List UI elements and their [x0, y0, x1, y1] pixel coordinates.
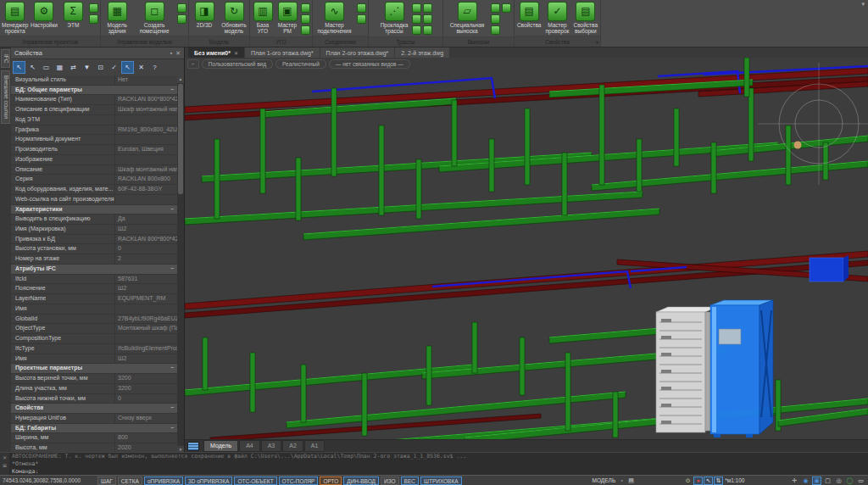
viewport-minimize-control[interactable]: −: [187, 59, 199, 69]
collapse-icon[interactable]: −: [170, 364, 174, 373]
status-toggle-3d-опривязка[interactable]: 3D оПРИВЯЗКА: [185, 477, 232, 485]
poly-select-icon[interactable]: ▦: [53, 61, 66, 74]
pick-icon[interactable]: ↖: [26, 61, 39, 74]
callout-swap-small-icon[interactable]: [491, 3, 500, 13]
property-section-header[interactable]: Свойства−: [11, 404, 177, 414]
property-section-header[interactable]: БД: Габариты−: [11, 424, 177, 434]
status-toggle-сетка[interactable]: СЕТКА: [118, 477, 142, 485]
drawing-tab[interactable]: План 2-ого этажа.dwg*: [320, 47, 395, 58]
dots-small-icon[interactable]: [301, 3, 310, 13]
property-value[interactable]: 0: [114, 244, 177, 254]
sheet-icon[interactable]: ▤: [626, 477, 636, 485]
trace-corner-small-icon[interactable]: [412, 25, 421, 35]
status-toggle-вес[interactable]: ВЕС: [401, 477, 419, 485]
property-value[interactable]: [114, 155, 177, 164]
drawing-tab[interactable]: План 1-ого этажа.dwg*: [245, 47, 320, 58]
connection-wizard-button[interactable]: ∿Мастер подключения: [314, 2, 355, 34]
show-motion-icon[interactable]: ◯: [845, 477, 854, 485]
pan-icon[interactable]: ✛: [790, 477, 799, 485]
highlight-icon[interactable]: ↖: [121, 61, 134, 74]
zoom-window-icon[interactable]: ▣: [812, 477, 821, 485]
layout-tab-модель[interactable]: Модель: [203, 440, 238, 452]
property-value[interactable]: RACKLAN 800*800*42U_n: [114, 235, 177, 244]
pin-icon[interactable]: ▪: [170, 50, 172, 56]
status-toggle-опривязка[interactable]: оПРИВЯЗКА: [144, 477, 183, 485]
refresh-model-button[interactable]: ↻Обновить модель: [220, 2, 248, 34]
layout-tab-a2[interactable]: A2: [282, 440, 303, 452]
property-value[interactable]: 2: [114, 254, 177, 264]
property-value[interactable]: Снизу вверх: [114, 414, 177, 423]
property-value[interactable]: [114, 304, 177, 314]
room-corner-small-icon[interactable]: [177, 3, 186, 13]
box-small-icon[interactable]: [301, 14, 310, 24]
rows-small-icon[interactable]: [357, 14, 366, 24]
lamp-icon[interactable]: ⊙: [683, 477, 693, 485]
collapse-icon[interactable]: −: [170, 205, 174, 215]
drawing-tab[interactable]: 2. 2-й этаж.dwg: [395, 47, 449, 58]
layout-tab-a4[interactable]: A4: [239, 440, 260, 452]
fullscreen-icon[interactable]: ▭: [856, 477, 865, 485]
check-wizard-button[interactable]: ✓Мастер проверок: [543, 2, 570, 34]
trace-up-small-icon[interactable]: [412, 3, 421, 13]
close-icon[interactable]: ✕: [175, 50, 181, 57]
ugo-base-button[interactable]: ▥База УГО: [251, 2, 275, 34]
property-value[interactable]: Ш2: [114, 284, 177, 293]
close-tab-icon[interactable]: ✕: [234, 50, 238, 56]
property-value[interactable]: EQUIPMENT_RM: [114, 294, 177, 304]
viewport-3d-scene[interactable]: [185, 58, 868, 439]
viewport-view-name[interactable]: Пользовательский вид: [202, 59, 273, 69]
viewport-linked-views[interactable]: — нет связанных видов —: [329, 59, 410, 69]
etm-button[interactable]: ΣЭТМ: [59, 2, 87, 28]
property-value[interactable]: 800: [114, 433, 177, 443]
drawing-tab[interactable]: Без имени0*✕: [188, 47, 244, 58]
collapse-icon[interactable]: −: [170, 265, 174, 274]
status-toggle-орто[interactable]: ОРТО: [320, 477, 342, 485]
selection-properties-button[interactable]: ▤Свойства выборки: [572, 2, 599, 34]
property-value[interactable]: [114, 135, 177, 144]
side-tab-внешние-ссылки[interactable]: Внешние ссылки: [1, 70, 10, 124]
swap-selection-icon[interactable]: ⇄: [67, 61, 80, 74]
2d3d-switch-button[interactable]: ◨2D/3D: [190, 2, 219, 28]
property-value[interactable]: Ш2: [114, 354, 177, 364]
callout-grid-small-icon[interactable]: [491, 14, 500, 24]
check-selection-icon[interactable]: ✓: [108, 61, 120, 74]
rect-select-icon[interactable]: ▭: [40, 61, 53, 74]
link-small-icon[interactable]: [357, 3, 366, 13]
close-command-icon[interactable]: ✕: [3, 454, 7, 460]
trace-node-small-icon[interactable]: [412, 14, 421, 24]
viewport-visual-style[interactable]: Реалистичный: [275, 59, 326, 69]
property-section-header[interactable]: БД: Общие параметры−: [11, 86, 177, 96]
side-tab-ifc[interactable]: IFC: [1, 49, 10, 68]
property-value[interactable]: 27B4ybLf90Rg46aEUZNvzn: [114, 315, 177, 324]
property-value[interactable]: Монтажный шкаф (Пане...: [114, 324, 177, 333]
property-value[interactable]: 0: [114, 394, 177, 404]
property-value[interactable]: Шкаф монтажный напол...: [114, 165, 177, 175]
property-value[interactable]: Ш2: [114, 225, 177, 234]
properties-scrollbar[interactable]: ▲ ▼: [177, 75, 184, 454]
property-value[interactable]: [114, 115, 177, 125]
sheet-set-icon[interactable]: [187, 442, 199, 451]
tab-overflow-icon[interactable]: ▾: [861, 1, 865, 8]
filter-icon[interactable]: ▼: [81, 61, 93, 74]
paper-space-icon[interactable]: ▫: [617, 477, 626, 485]
orbit-icon[interactable]: ◉: [801, 477, 810, 485]
model-space-button[interactable]: МОДЕЛЬ: [593, 477, 616, 483]
property-value[interactable]: RM19d_800x800_42U_eq...: [114, 125, 177, 135]
collapse-icon[interactable]: −: [170, 404, 174, 413]
trace-box-small-icon[interactable]: [423, 3, 432, 13]
command-prompt[interactable]: Команда:: [12, 468, 868, 475]
property-section-header[interactable]: Проектные параметры−: [11, 364, 177, 374]
layout-tab-a1[interactable]: A1: [304, 440, 326, 452]
status-toggle-отс-объект[interactable]: ОТС-ОБЪЕКТ: [234, 477, 276, 485]
status-toggle-изо[interactable]: ИЗО: [381, 477, 399, 485]
scroll-up-icon[interactable]: ▲: [177, 75, 184, 83]
property-value[interactable]: RACKLAN 800*800*42U_n: [114, 95, 177, 104]
scrollbar-thumb[interactable]: [178, 84, 183, 194]
route-laying-button[interactable]: ⋰Прокладка трассы: [378, 2, 410, 34]
project-manager-button[interactable]: ▤Менеджер проекта: [1, 2, 29, 34]
selection-cursor-icon[interactable]: ↖: [704, 477, 713, 485]
named-views-icon[interactable]: ▢: [823, 477, 832, 485]
property-value[interactable]: 60F-42-88-38GY: [114, 185, 177, 194]
property-value[interactable]: Eurolan, Швеция: [114, 145, 177, 154]
clear-selection-icon[interactable]: ✕: [135, 61, 147, 74]
